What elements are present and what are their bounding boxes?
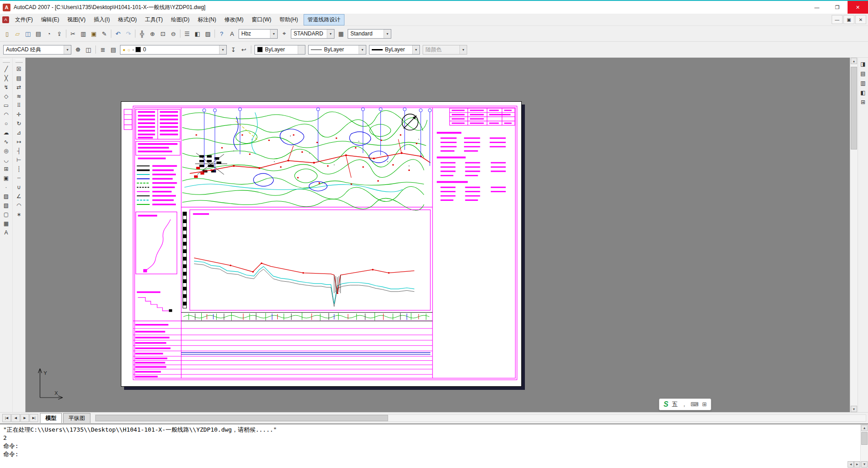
pan-icon[interactable]: ╬	[137, 29, 147, 39]
paste-icon[interactable]: ▣	[89, 29, 99, 39]
scrollbar-thumb[interactable]	[861, 432, 868, 445]
docked-icon-2[interactable]: ▤	[858, 70, 868, 78]
menu-file[interactable]: 文件(F)	[11, 14, 37, 25]
mirror-icon[interactable]: ⇄	[14, 83, 24, 92]
polyline-icon[interactable]: ↯	[1, 83, 11, 92]
maximize-button[interactable]: ❐	[827, 1, 848, 14]
ellipse-arc-icon[interactable]: ◡	[1, 155, 11, 164]
open-icon[interactable]: ▱	[12, 29, 23, 39]
properties-icon[interactable]: ☰	[182, 29, 192, 39]
offset-icon[interactable]: ≋	[14, 92, 24, 101]
layer-states-icon[interactable]: ▤	[108, 45, 119, 55]
drawing-canvas[interactable]: Y X	[25, 58, 850, 412]
menu-view[interactable]: 视图(V)	[63, 14, 90, 25]
revision-cloud-icon[interactable]: ☁	[1, 128, 11, 137]
ellipse-icon[interactable]: ◎	[1, 146, 11, 155]
workspace-select[interactable]: AutoCAD 经典 ▾	[3, 45, 71, 55]
fillet-icon[interactable]: ◠	[14, 201, 24, 210]
docked-icon-3[interactable]: ▥	[858, 79, 868, 87]
color-select[interactable]: ByLayer	[254, 45, 305, 55]
array-icon[interactable]: ⠿	[14, 101, 24, 110]
chevron-down-icon[interactable]: ▾	[327, 30, 334, 38]
rectangle-icon[interactable]: ▭	[1, 101, 11, 110]
chamfer-icon[interactable]: ∠	[14, 192, 24, 201]
table-style-select[interactable]: Standard ▾	[348, 29, 391, 39]
help-icon[interactable]: ?	[216, 29, 227, 39]
scroll-up-icon[interactable]: ▲	[851, 58, 857, 64]
make-object-layer-current-icon[interactable]: ↧	[228, 45, 239, 55]
match-properties-icon[interactable]: ✎	[99, 29, 110, 39]
region-icon[interactable]: ▢	[1, 210, 11, 219]
plot-icon[interactable]: ▤	[33, 29, 44, 39]
horizontal-scrollbar[interactable]	[95, 414, 866, 422]
tool-palettes-icon[interactable]: ▨	[203, 29, 213, 39]
title-bar[interactable]: A AutoCAD 2007 - [C:\Users\1735\Desktop\…	[0, 1, 868, 14]
layer-select[interactable]: ● ☼ ▪ 0 ▾	[120, 45, 227, 55]
menu-help[interactable]: 帮助(H)	[275, 14, 302, 25]
scroll-up-icon[interactable]: ▲	[861, 425, 868, 431]
chevron-down-icon[interactable]: ▾	[270, 30, 277, 38]
lineweight-select[interactable]: ByLayer ▾	[369, 45, 420, 55]
chevron-down-icon[interactable]: ▾	[219, 45, 226, 54]
chevron-down-icon[interactable]	[298, 45, 305, 54]
chevron-down-icon[interactable]: ▾	[64, 45, 71, 54]
join-icon[interactable]: ∪	[14, 183, 24, 192]
ime-toolbox-icon[interactable]: ⊞	[702, 401, 707, 408]
close-button[interactable]: ✕	[848, 1, 868, 14]
docked-icon-5[interactable]: ⊞	[858, 98, 868, 106]
copy-icon[interactable]: ▤	[14, 74, 24, 83]
zoom-window-icon[interactable]: ⊡	[158, 29, 168, 39]
menu-insert[interactable]: 插入(I)	[90, 14, 114, 25]
scrollbar-thumb[interactable]	[95, 415, 388, 421]
workspace-settings-icon[interactable]: ☸	[73, 45, 83, 55]
mdi-close-button[interactable]: ✕	[855, 15, 866, 24]
scroll-down-icon[interactable]: ▼	[851, 406, 857, 412]
canvas-vertical-scrollbar[interactable]: ▲ ▼	[850, 58, 858, 412]
menu-dimension[interactable]: 标注(N)	[194, 14, 220, 25]
toolbar-grip[interactable]	[3, 60, 10, 63]
stretch-icon[interactable]: ↦	[14, 137, 24, 146]
menu-edit[interactable]: 编辑(E)	[37, 14, 63, 25]
dim-style-manager-icon[interactable]: ⌖	[279, 29, 289, 39]
break-icon[interactable]: ┄	[14, 174, 24, 183]
scroll-right-icon[interactable]: ▶	[854, 461, 860, 468]
menu-window[interactable]: 窗口(W)	[248, 14, 275, 25]
qnew-icon[interactable]: ▯	[2, 29, 12, 39]
erase-icon[interactable]: ☒	[14, 65, 24, 74]
circle-icon[interactable]: ○	[1, 119, 11, 128]
gradient-icon[interactable]: ▧	[1, 201, 11, 210]
menu-pipeline-design[interactable]: 管道线路设计	[304, 14, 344, 25]
last-tab-button[interactable]: ▶|	[30, 414, 38, 422]
zoom-realtime-icon[interactable]: ⊕	[147, 29, 158, 39]
docked-icon-4[interactable]: ◧	[858, 89, 868, 97]
break-at-point-icon[interactable]: ┆	[14, 164, 24, 174]
redo-icon[interactable]: ↷	[123, 29, 134, 39]
save-icon[interactable]: ◫	[23, 29, 33, 39]
insert-block-icon[interactable]: ⊞	[1, 164, 11, 174]
sogou-logo-icon[interactable]: S	[663, 400, 668, 408]
mdi-restore-button[interactable]: ▣	[843, 15, 854, 24]
text-style-select[interactable]: Hbz ▾	[239, 29, 278, 39]
prev-tab-button[interactable]: ◀	[11, 414, 20, 422]
table-icon[interactable]: ▦	[1, 219, 11, 228]
explode-icon[interactable]: ∗	[14, 210, 24, 219]
layer-previous-icon[interactable]: ↩	[239, 45, 249, 55]
rotate-icon[interactable]: ↻	[14, 119, 24, 128]
menu-format[interactable]: 格式(O)	[114, 14, 141, 25]
scroll-left-icon[interactable]: ◀	[848, 461, 854, 468]
mdi-minimize-button[interactable]: —	[832, 15, 843, 24]
make-block-icon[interactable]: ▣	[1, 174, 11, 183]
ime-mode-label[interactable]: 五	[672, 400, 678, 408]
tab-pingzongtu[interactable]: 平纵图	[63, 413, 90, 423]
scrollbar-thumb[interactable]	[851, 67, 857, 149]
line-tool-icon[interactable]: ╱	[1, 65, 11, 74]
chevron-down-icon[interactable]: ▾	[412, 45, 419, 54]
hatch-icon[interactable]: ▨	[1, 192, 11, 201]
scroll-down-icon[interactable]: ▼	[861, 461, 868, 468]
chevron-down-icon[interactable]: ▾	[359, 45, 366, 54]
minimize-button[interactable]: —	[807, 1, 827, 14]
designcenter-icon[interactable]: ◧	[192, 29, 203, 39]
docked-icon-1[interactable]: ◨	[858, 60, 868, 68]
undo-icon[interactable]: ↶	[113, 29, 123, 39]
ime-keyboard-icon[interactable]: ⌨	[691, 401, 698, 408]
